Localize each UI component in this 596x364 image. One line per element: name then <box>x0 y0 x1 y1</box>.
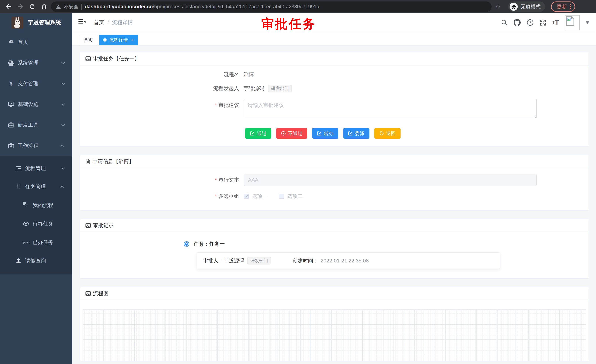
document-icon <box>85 159 91 164</box>
reload-icon[interactable] <box>27 2 37 11</box>
flow-list-icon <box>15 165 22 171</box>
active-dot-icon <box>103 38 107 42</box>
yen-icon: ¥ <box>7 80 15 87</box>
checkbox-option-2: 选项二 <box>279 193 303 200</box>
delegate-button[interactable]: 委派 <box>343 128 369 139</box>
reject-button[interactable]: 不通过 <box>276 128 307 139</box>
main-area: 审批任务 首页 / 流程详情 <box>72 13 596 364</box>
sidebar-item-payment[interactable]: ¥ 支付管理 <box>0 73 72 94</box>
process-name-value: 滔博 <box>244 71 254 78</box>
sidebar-item-label: 首页 <box>18 39 66 46</box>
card-header: 审批记录 <box>80 219 589 232</box>
sidebar-item-task-mgmt[interactable]: 任务管理 <box>0 178 72 196</box>
incognito-badge: 无痕模式 <box>508 1 545 12</box>
comment-label: 审批建议 <box>218 102 239 108</box>
required-asterisk: * <box>215 177 217 183</box>
card-title: 流程图 <box>93 287 108 300</box>
bookmark-star-icon[interactable]: ☆ <box>495 3 501 10</box>
sidebar-item-devtools[interactable]: 研发工具 <box>0 115 72 135</box>
browser-menu-dots-icon[interactable] <box>570 4 571 9</box>
fullscreen-icon[interactable] <box>540 19 546 26</box>
record-detail-panel: 审批人： 芋道源码 研发部门 创建时间： 2022-01-21 22:35:08 <box>197 252 500 269</box>
sidebar-item-label: 已办任务 <box>33 239 66 246</box>
url-path: /bpm/process-instance/detail?id=54aa251f… <box>153 4 319 9</box>
security-label[interactable]: 不安全 <box>64 4 78 10</box>
tab-process-detail[interactable]: 流程详情 × <box>99 35 138 45</box>
font-size-icon[interactable]: TT <box>552 19 559 26</box>
picture-icon <box>85 56 91 62</box>
card-header: 审批任务【任务一】 <box>80 52 589 66</box>
breadcrumb: 首页 / 流程详情 <box>94 19 133 26</box>
tab-home[interactable]: 首页 <box>80 35 97 45</box>
forward-icon[interactable] <box>15 2 25 11</box>
required-asterisk: * <box>215 102 217 108</box>
card-title: 审批记录 <box>93 219 114 232</box>
sidebar-item-home[interactable]: 首页 <box>0 32 72 52</box>
sidebar-item-system[interactable]: 系统管理 <box>0 52 72 73</box>
broken-image-icon <box>566 16 574 26</box>
sidebar-item-done-tasks[interactable]: 已办任务 <box>0 233 72 252</box>
edit-icon <box>348 131 353 136</box>
screen: 不安全 dashboard.yudao.iocoder.cn/bpm/proce… <box>0 0 596 364</box>
sidebar-item-workflow[interactable]: 工作流程 <box>0 135 72 156</box>
sidebar-item-label: 流程管理 <box>25 165 61 172</box>
url-host: dashboard.yudao.iocoder.cn <box>85 4 153 9</box>
url-text[interactable]: dashboard.yudao.iocoder.cn/bpm/process-i… <box>85 4 319 10</box>
tab-close-icon[interactable]: × <box>131 37 134 43</box>
tree-icon <box>15 184 22 190</box>
card-title: 申请信息【滔博】 <box>93 155 134 168</box>
sidebar-item-todo-tasks[interactable]: 待办任务 <box>0 215 72 233</box>
github-icon[interactable] <box>514 19 521 26</box>
return-button[interactable]: 退回 <box>374 128 401 139</box>
initiator-label: 流程发起人 <box>87 85 244 92</box>
eye-open-icon <box>22 220 30 227</box>
initiator-dept-tag: 研发部门 <box>268 85 292 92</box>
sidebar-item-leave-query[interactable]: 请假查询 <box>0 252 72 270</box>
avatar-dropdown-caret-icon[interactable] <box>586 22 589 24</box>
approve-button[interactable]: 通过 <box>245 128 271 139</box>
breadcrumb-separator: / <box>107 20 109 26</box>
monitor-icon <box>7 101 15 108</box>
edit-icon <box>250 131 255 136</box>
card-title: 审批任务【任务一】 <box>93 52 140 65</box>
avatar[interactable] <box>565 15 580 30</box>
tab-label: 首页 <box>84 37 93 43</box>
bpmn-canvas[interactable] <box>82 309 586 361</box>
initiator-row: 流程发起人 芋道源码 研发部门 <box>87 85 581 92</box>
card-header: 申请信息【滔博】 <box>80 155 589 168</box>
update-button[interactable]: 更新 <box>551 1 575 12</box>
sidebar-item-my-process[interactable]: 我的流程 <box>0 196 72 215</box>
home-icon[interactable] <box>39 2 49 11</box>
help-icon[interactable]: ? <box>527 19 534 26</box>
sidebar-item-label: 我的流程 <box>33 202 66 209</box>
search-icon[interactable] <box>501 19 508 26</box>
checkbox-checked-icon <box>244 194 249 199</box>
text-field-label: 单行文本 <box>218 177 239 183</box>
address-bar[interactable]: 不安全 dashboard.yudao.iocoder.cn/bpm/proce… <box>51 1 492 12</box>
workflow-submenu: 流程管理 任务管理 我的流程 <box>0 156 72 275</box>
circle-close-icon <box>281 131 286 136</box>
sidebar-item-process-mgmt[interactable]: 流程管理 <box>0 159 72 178</box>
back-icon[interactable] <box>4 2 13 11</box>
sidebar-item-label: 任务管理 <box>25 183 61 190</box>
security-warning-icon[interactable] <box>56 4 61 9</box>
picture-icon <box>85 223 91 228</box>
sidebar-collapse-icon[interactable] <box>78 19 86 26</box>
checkbox-option-1: 选项一 <box>244 193 268 200</box>
comment-row: *审批建议 <box>87 99 581 120</box>
incognito-label: 无痕模式 <box>521 3 541 10</box>
app-title: 芋道管理系统 <box>28 19 61 26</box>
navbar: 首页 / 流程详情 ? T <box>72 13 596 32</box>
transfer-button[interactable]: 转办 <box>312 128 338 139</box>
svg-text:?: ? <box>529 21 531 25</box>
breadcrumb-home[interactable]: 首页 <box>94 19 104 26</box>
sidebar-item-label: 请假查询 <box>25 257 66 264</box>
checkbox-group-row: *多选框组 选项一 选项二 <box>87 193 581 200</box>
sidebar-item-infra[interactable]: 基础设施 <box>0 94 72 115</box>
process-name-label: 流程名 <box>87 71 244 78</box>
user-icon <box>15 258 22 264</box>
comment-textarea[interactable] <box>244 99 537 118</box>
checkbox-group-label: 多选框组 <box>218 193 239 199</box>
checkbox-unchecked-icon <box>279 194 284 199</box>
sidebar-logo[interactable]: 芋道管理系统 <box>0 13 72 32</box>
